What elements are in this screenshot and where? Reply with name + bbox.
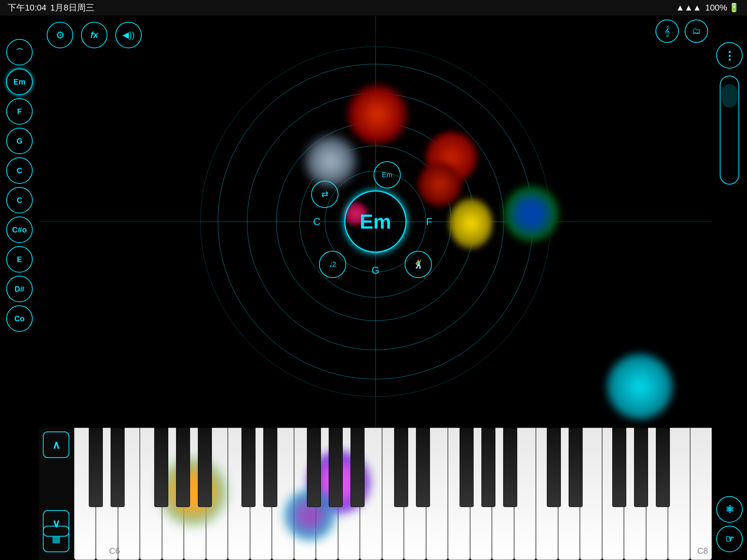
piano-area: ∧ ∨ C6 C8 ▦ bbox=[39, 428, 712, 560]
black-key-14[interactable] bbox=[394, 428, 408, 507]
black-key-26[interactable] bbox=[656, 428, 670, 507]
center-em-circle[interactable]: Em bbox=[344, 190, 407, 253]
chord-em-button[interactable]: Em bbox=[6, 69, 33, 95]
conductor-icon: 🕺 bbox=[413, 259, 424, 269]
fx-button[interactable]: fx bbox=[81, 22, 107, 48]
piano-grid-icon: ▦ bbox=[52, 534, 61, 544]
atom-icon: ⚛ bbox=[725, 504, 734, 516]
sound-button[interactable]: ◀)) bbox=[115, 22, 142, 48]
top-right-icons: 𝄞 🗂 bbox=[655, 19, 708, 43]
black-key-8[interactable] bbox=[263, 428, 277, 507]
black-key-1[interactable] bbox=[111, 428, 125, 507]
chord-csharpo-button[interactable]: C#o bbox=[6, 217, 33, 243]
black-key-21[interactable] bbox=[547, 428, 561, 507]
chord-c1-button[interactable]: C bbox=[6, 157, 33, 184]
chord-f-label: F bbox=[17, 107, 22, 116]
black-key-22[interactable] bbox=[569, 428, 583, 507]
chord-e-button[interactable]: E bbox=[6, 246, 33, 273]
status-bar: 下午10:04 1月8日周三 ▲▲▲ 100% 🔋 bbox=[0, 0, 747, 16]
black-key-24[interactable] bbox=[612, 428, 626, 507]
black-key-3[interactable] bbox=[154, 428, 168, 507]
hand-button[interactable]: ☞ bbox=[716, 526, 743, 552]
fx-icon: fx bbox=[90, 30, 98, 40]
black-key-19[interactable] bbox=[503, 428, 517, 507]
hand-icon: ☞ bbox=[725, 533, 734, 545]
swap-button[interactable]: ⇄ bbox=[311, 181, 338, 208]
status-time: 下午10:04 bbox=[8, 2, 46, 14]
blob-white-left bbox=[305, 136, 356, 187]
black-key-15[interactable] bbox=[416, 428, 430, 507]
white-key-23[interactable] bbox=[580, 428, 602, 560]
conductor-button[interactable]: 🕺 bbox=[405, 251, 432, 278]
blob-yellow bbox=[449, 198, 492, 249]
dots-button[interactable]: ⋮ bbox=[716, 42, 743, 69]
blob-cyan-lower bbox=[607, 354, 673, 420]
black-key-17[interactable] bbox=[460, 428, 474, 507]
chord-c2-button[interactable]: C bbox=[6, 187, 33, 213]
dots-icon: ⋮ bbox=[724, 49, 735, 62]
gear-icon: ⚙ bbox=[56, 29, 65, 41]
metronome-button[interactable]: 𝄞 bbox=[655, 19, 679, 43]
chord-c1-label: C bbox=[17, 166, 22, 175]
white-key-27[interactable] bbox=[668, 428, 690, 560]
piano-grid-button[interactable]: ▦ bbox=[43, 526, 69, 552]
chord-e-label: E bbox=[17, 255, 22, 264]
metronome-circle-button[interactable]: ♩2 bbox=[319, 251, 346, 278]
label-c: C bbox=[313, 216, 321, 228]
blob-red-lower bbox=[418, 163, 461, 206]
battery-icon: 🔋 bbox=[729, 3, 739, 13]
label-g: G bbox=[372, 264, 379, 276]
black-key-12[interactable] bbox=[351, 428, 365, 507]
metronome-icon: 𝄞 bbox=[664, 26, 670, 37]
sound-icon: ◀)) bbox=[122, 30, 135, 40]
main-visualization: Em ⇄ ♩2 🕺 Em C F G bbox=[39, 16, 712, 428]
chord-dsharp-label: D# bbox=[14, 285, 25, 294]
black-key-7[interactable] bbox=[241, 428, 255, 507]
chord-csharpo-label: C#o bbox=[12, 225, 27, 234]
bottom-left-icons: ▦ bbox=[43, 526, 69, 552]
atom-button[interactable]: ⚛ bbox=[716, 496, 743, 523]
white-key-28[interactable] bbox=[690, 428, 712, 560]
chevron-up-icon: ∧ bbox=[52, 438, 60, 451]
file-icon: 🗂 bbox=[692, 26, 701, 36]
file-button[interactable]: 🗂 bbox=[685, 19, 708, 43]
chord-co-label: Co bbox=[14, 314, 25, 323]
left-toolbar: ⌒ Em F G C C C#o E D# Co bbox=[0, 16, 39, 560]
gear-button[interactable]: ⚙ bbox=[47, 22, 73, 48]
black-key-10[interactable] bbox=[307, 428, 321, 507]
right-scroll[interactable] bbox=[720, 76, 739, 185]
right-toolbar: ⋮ ⚛ ☞ bbox=[712, 16, 747, 560]
arc-button[interactable]: ⌒ bbox=[6, 39, 33, 65]
chord-f-button[interactable]: F bbox=[6, 98, 33, 125]
battery-level: 100% bbox=[705, 3, 727, 13]
black-key-11[interactable] bbox=[329, 428, 343, 507]
chord-dsharp-button[interactable]: D# bbox=[6, 276, 33, 302]
black-key-0[interactable] bbox=[89, 428, 103, 507]
piano-keys[interactable]: C6 C8 bbox=[74, 428, 712, 560]
top-toolbar: ⚙ fx ◀)) bbox=[39, 16, 712, 55]
black-key-5[interactable] bbox=[198, 428, 212, 507]
chord-g-button[interactable]: G bbox=[6, 128, 33, 154]
blob-multicolor bbox=[504, 187, 558, 241]
chord-co-button[interactable]: Co bbox=[6, 305, 33, 332]
black-key-18[interactable] bbox=[481, 428, 495, 507]
center-em-label: Em bbox=[360, 210, 391, 233]
piano-scroll-up-button[interactable]: ∧ bbox=[43, 431, 69, 458]
chord-g-label: G bbox=[16, 137, 23, 146]
wifi-icon: ▲▲▲ bbox=[676, 3, 701, 13]
circle-visualization: Em ⇄ ♩2 🕺 Em C F G bbox=[200, 46, 551, 397]
status-date: 1月8日周三 bbox=[50, 2, 94, 14]
inner-em-label: Em bbox=[382, 171, 393, 179]
white-key-20[interactable] bbox=[514, 428, 536, 560]
piano-label-c8: C8 bbox=[697, 546, 708, 556]
swap-icon: ⇄ bbox=[321, 189, 328, 199]
black-key-4[interactable] bbox=[176, 428, 190, 507]
blob-red-top bbox=[348, 85, 407, 144]
arc-icon: ⌒ bbox=[16, 47, 23, 58]
inner-em-circle[interactable]: Em bbox=[374, 161, 401, 188]
piano-label-c6: C6 bbox=[109, 546, 120, 556]
metronome-circle-icon: ♩2 bbox=[329, 260, 336, 269]
scroll-thumb bbox=[722, 84, 737, 107]
black-key-25[interactable] bbox=[634, 428, 648, 507]
chord-c2-label: C bbox=[17, 196, 22, 205]
